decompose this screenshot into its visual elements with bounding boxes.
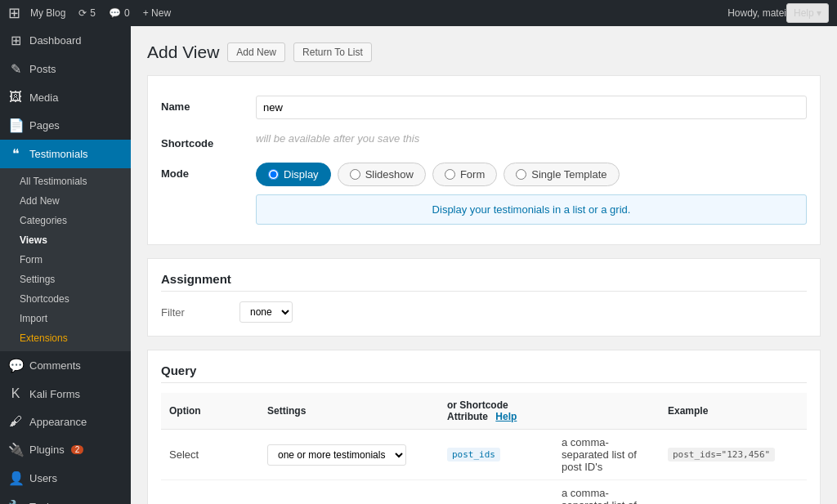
sidebar-item-label: Tools	[29, 501, 54, 504]
comments-icon: 💬	[8, 358, 23, 373]
sidebar-item-users[interactable]: 👤 Users	[0, 464, 131, 493]
query-shortcode-cell: category	[439, 480, 553, 505]
query-settings-select-0[interactable]: one or more testimonials	[267, 444, 406, 466]
filter-select[interactable]: none	[239, 301, 293, 323]
name-field	[256, 96, 807, 119]
filter-label: Filter	[161, 306, 226, 319]
plugins-icon: 🔌	[8, 442, 23, 457]
mode-options: Display Slideshow Form Single Templ	[256, 163, 807, 186]
sidebar-sub-add-new[interactable]: Add New	[0, 191, 131, 211]
query-table-row: Categories No categories found category …	[161, 480, 807, 505]
mode-label: Mode	[161, 163, 243, 180]
sidebar-item-kali-forms[interactable]: K Kali Forms	[0, 380, 131, 408]
sidebar-item-label: Comments	[29, 359, 81, 372]
basic-settings-section: Name Shortcode will be available after y…	[147, 75, 821, 245]
mode-form-label: Form	[460, 168, 485, 181]
col-header-example: Example	[660, 393, 807, 430]
updates-icon: ⟳	[78, 7, 87, 19]
sidebar-item-appearance[interactable]: 🖌 Appearance	[0, 408, 131, 435]
sidebar-sub-extensions[interactable]: Extensions	[0, 328, 131, 348]
col-header-shortcode: or Shortcode Attribute Help	[439, 393, 553, 430]
name-input[interactable]	[256, 96, 807, 119]
sidebar-sub-shortcodes[interactable]: Shortcodes	[0, 289, 131, 309]
mode-display-radio[interactable]	[268, 169, 279, 180]
mode-field: Display Slideshow Form Single Templ	[256, 163, 807, 225]
mode-single-template-radio[interactable]	[516, 169, 526, 180]
shortcode-row: Shortcode will be available after you sa…	[161, 126, 807, 156]
sidebar-item-label: Pages	[29, 119, 60, 132]
pages-icon: 📄	[8, 118, 23, 133]
sidebar-sub-import[interactable]: Import	[0, 309, 131, 328]
mode-slideshow-label: Slideshow	[365, 168, 414, 181]
mode-single-template-label: Single Template	[531, 168, 606, 181]
filter-row: Filter none	[161, 301, 807, 323]
query-settings-cell[interactable]: one or more testimonials	[259, 430, 439, 480]
query-example-cell: category="accounting"	[660, 480, 807, 505]
help-button[interactable]: Help ▾	[786, 3, 829, 23]
sidebar-sub-categories[interactable]: Categories	[0, 211, 131, 230]
query-table-body: Select one or more testimonials post_ids…	[161, 430, 807, 505]
page-header: Add View Add New Return To List	[147, 42, 821, 62]
query-option-label: Select	[161, 430, 259, 480]
mode-form-btn[interactable]: Form	[432, 163, 497, 186]
sidebar-item-label: Kali Forms	[29, 388, 80, 400]
posts-icon: ✎	[8, 61, 23, 77]
users-icon: 👤	[8, 471, 23, 486]
sidebar-item-label: Posts	[29, 63, 56, 75]
sidebar-item-media[interactable]: 🖼 Media	[0, 83, 131, 111]
query-section: Query Option Settings or Shortcode Attri…	[147, 350, 821, 504]
sidebar-item-label: Plugins	[29, 444, 65, 456]
sidebar-item-dashboard[interactable]: ⊞ Dashboard	[0, 26, 131, 55]
site-name[interactable]: My Blog	[24, 0, 72, 26]
mode-display-btn[interactable]: Display	[256, 163, 331, 186]
comments-count[interactable]: 💬 0	[102, 0, 137, 26]
query-settings-cell[interactable]: No categories found	[259, 480, 439, 505]
sidebar-sub-settings[interactable]: Settings	[0, 270, 131, 289]
updates-count[interactable]: ⟳ 5	[72, 0, 102, 26]
appearance-icon: 🖌	[8, 414, 23, 429]
query-example-0: post_ids="123,456"	[668, 448, 775, 462]
mode-form-radio[interactable]	[445, 169, 455, 180]
query-shortcode-badge: post_ids	[447, 448, 500, 462]
sidebar-item-comments[interactable]: 💬 Comments	[0, 351, 131, 380]
comment-icon: 💬	[109, 7, 121, 19]
sidebar-sub-form[interactable]: Form	[0, 250, 131, 270]
shortcode-field: will be available after you save this	[256, 132, 807, 145]
mode-display-label: Display	[284, 168, 319, 181]
sidebar-item-label: Appearance	[29, 416, 87, 428]
top-bar: ⊞ My Blog ⟳ 5 💬 0 + New Howdy, matei Hel…	[0, 0, 837, 26]
sidebar-item-label: Users	[29, 472, 57, 484]
top-bar-right: Howdy, matei Help ▾	[727, 3, 829, 23]
sidebar-sub-views[interactable]: Views	[0, 230, 131, 250]
sidebar-item-tools[interactable]: 🔧 Tools	[0, 493, 131, 504]
help-link[interactable]: Help	[495, 411, 517, 422]
mode-slideshow-radio[interactable]	[350, 169, 360, 180]
sidebar-item-posts[interactable]: ✎ Posts	[0, 55, 131, 83]
dashboard-icon: ⊞	[8, 33, 23, 48]
add-new-button[interactable]: Add New	[227, 42, 285, 62]
assignment-heading: Assignment	[161, 272, 807, 292]
query-example-cell: post_ids="123,456"	[660, 430, 807, 480]
mode-single-template-btn[interactable]: Single Template	[504, 163, 619, 186]
page-title: Add View	[147, 42, 219, 62]
sidebar-sub-all-testimonials[interactable]: All Testimonials	[0, 172, 131, 191]
sidebar-item-pages[interactable]: 📄 Pages	[0, 111, 131, 140]
new-content-btn[interactable]: + New	[137, 0, 177, 26]
sidebar-item-label: Dashboard	[29, 34, 82, 47]
kali-forms-icon: K	[8, 386, 23, 401]
sidebar-item-label: Testimonials	[29, 148, 88, 160]
assignment-section: Assignment Filter none	[147, 258, 821, 337]
testimonials-icon: ❝	[8, 146, 23, 162]
return-to-list-button[interactable]: Return To List	[293, 42, 372, 62]
sidebar-item-testimonials[interactable]: ❝ Testimonials	[0, 140, 131, 168]
query-shortcode-cell: post_ids	[439, 430, 553, 480]
query-table-row: Select one or more testimonials post_ids…	[161, 430, 807, 480]
mode-row: Mode Display Slideshow Form	[161, 156, 807, 231]
name-label: Name	[161, 96, 243, 113]
tools-icon: 🔧	[8, 499, 23, 504]
query-table: Option Settings or Shortcode Attribute H…	[161, 393, 807, 504]
sidebar-item-plugins[interactable]: 🔌 Plugins 2	[0, 435, 131, 464]
sidebar-sub-menu: All Testimonials Add New Categories View…	[0, 168, 131, 351]
mode-slideshow-btn[interactable]: Slideshow	[338, 163, 426, 186]
shortcode-note: will be available after you save this	[256, 127, 419, 145]
